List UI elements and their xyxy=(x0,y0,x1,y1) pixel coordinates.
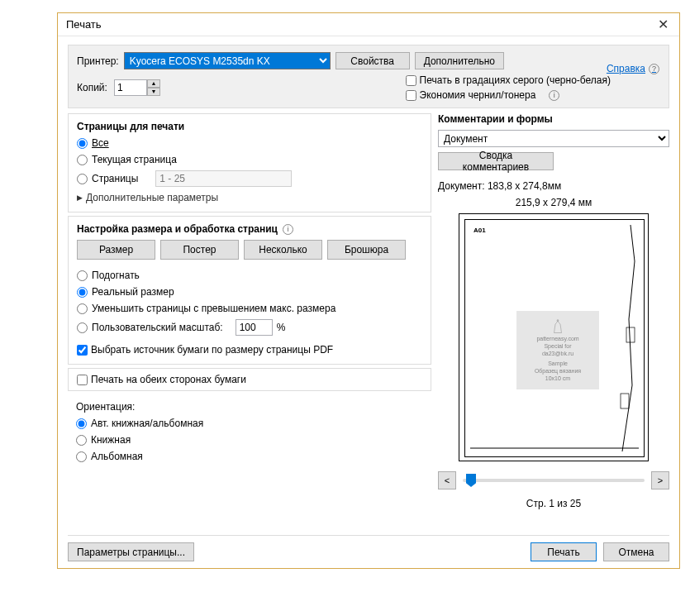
radio-orient-portrait[interactable]: Книжная xyxy=(76,434,423,446)
sizing-group: Настройка размера и обработка страниц i … xyxy=(68,216,431,365)
dress-icon xyxy=(551,319,564,334)
copies-down-button[interactable]: ▼ xyxy=(147,88,160,96)
svg-rect-1 xyxy=(621,394,629,408)
duplex-group: Печать на обеих сторонах бумаги xyxy=(68,368,431,391)
radio-shrink[interactable]: Уменьшить страницы с превышением макс. р… xyxy=(77,303,422,314)
print-dialog: Печать ✕ Принтер: Kyocera ECOSYS M2535dn… xyxy=(57,12,680,569)
duplex-checkbox[interactable]: Печать на обеих сторонах бумаги xyxy=(77,374,422,385)
comments-title: Комментарии и формы xyxy=(438,113,669,125)
radio-actual[interactable]: Реальный размер xyxy=(77,286,422,298)
radio-pages[interactable]: Страницы xyxy=(77,173,138,184)
cancel-button[interactable]: Отмена xyxy=(603,542,669,561)
advanced-button[interactable]: Дополнительно xyxy=(415,52,504,69)
document-size: Документ: 183,8 x 274,8мм xyxy=(438,180,669,192)
sizing-title: Настройка размера и обработка страниц xyxy=(77,223,278,235)
poster-button[interactable]: Постер xyxy=(160,240,239,260)
more-options-expander[interactable]: ▶ Дополнительные параметры xyxy=(77,192,422,203)
grayscale-checkbox[interactable]: Печать в градациях серого (черно-белая) xyxy=(406,74,611,86)
savetoner-checkbox[interactable]: Экономия чернил/тонера i xyxy=(406,89,611,101)
printer-select[interactable]: Kyocera ECOSYS M2535dn KX xyxy=(124,52,331,69)
booklet-button[interactable]: Брошюра xyxy=(327,240,406,260)
size-button[interactable]: Размер xyxy=(77,240,155,260)
radio-orient-auto[interactable]: Авт. книжная/альбомная xyxy=(76,418,423,429)
preview-paper-size: 215,9 x 279,4 мм xyxy=(438,197,669,208)
next-page-button[interactable]: > xyxy=(651,471,669,489)
titlebar: Печать ✕ xyxy=(58,13,679,36)
prev-page-button[interactable]: < xyxy=(438,471,456,489)
comments-summary-button[interactable]: Сводка комментариев xyxy=(438,152,554,170)
help-icon: ? xyxy=(649,64,659,74)
comments-select[interactable]: Документ xyxy=(438,130,669,147)
pages-title: Страницы для печати xyxy=(77,121,422,132)
close-icon[interactable]: ✕ xyxy=(653,17,673,32)
copies-input[interactable] xyxy=(114,79,147,96)
orientation-group: Ориентация: Авт. книжная/альбомная Книжн… xyxy=(68,394,431,470)
info-icon: i xyxy=(549,90,559,101)
dialog-title: Печать xyxy=(66,18,102,31)
printer-section: Принтер: Kyocera ECOSYS M2535dn KX Свойс… xyxy=(68,45,669,108)
preview-area: A01 patterneasy.com xyxy=(459,213,649,461)
copies-up-button[interactable]: ▲ xyxy=(147,79,160,88)
chevron-right-icon: ▶ xyxy=(77,193,83,202)
radio-current[interactable]: Текущая страница xyxy=(77,154,422,165)
pages-range-input[interactable] xyxy=(155,170,292,187)
print-button[interactable]: Печать xyxy=(531,542,597,561)
help-link[interactable]: Справка ? xyxy=(607,63,659,74)
info-icon: i xyxy=(283,224,293,235)
choose-source-checkbox[interactable]: Выбрать источник бумаги по размеру стран… xyxy=(77,344,422,356)
radio-orient-landscape[interactable]: Альбомная xyxy=(76,451,423,462)
pages-group: Страницы для печати Все Текущая страница… xyxy=(68,113,431,212)
page-setup-button[interactable]: Параметры страницы... xyxy=(68,542,194,561)
slider-thumb[interactable] xyxy=(466,474,476,487)
copies-label: Копий: xyxy=(77,82,107,93)
page-slider[interactable] xyxy=(463,479,645,482)
page-indicator: Стр. 1 из 25 xyxy=(438,498,669,509)
multiple-button[interactable]: Несколько xyxy=(244,240,322,260)
watermark: patterneasy.com Special for da23@bk.ru S… xyxy=(516,311,599,389)
radio-all[interactable]: Все xyxy=(77,137,422,149)
radio-fit[interactable]: Подогнать xyxy=(77,270,422,281)
properties-button[interactable]: Свойства xyxy=(335,52,410,69)
orientation-title: Ориентация: xyxy=(76,401,423,413)
radio-custom-scale[interactable]: Пользовательский масштаб: xyxy=(77,322,223,333)
scale-input[interactable] xyxy=(236,319,273,336)
printer-label: Принтер: xyxy=(77,55,119,67)
svg-rect-0 xyxy=(626,327,635,342)
